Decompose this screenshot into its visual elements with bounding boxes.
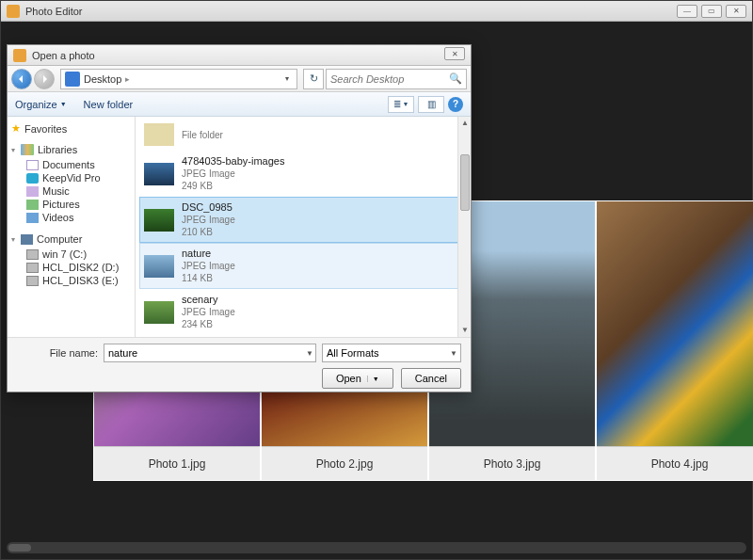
tree-favorites[interactable]: ★Favorites [11,122,131,135]
file-size: 234 KB [182,318,235,330]
favorites-label: Favorites [24,123,67,135]
dialog-titlebar[interactable]: Open a photo ✕ [8,45,471,66]
forward-button[interactable] [34,69,55,89]
tree-item-documents[interactable]: Documents [11,158,131,171]
image-thumbnail [144,301,174,324]
filename-input[interactable] [108,347,312,359]
chevron-down-icon[interactable]: ▼ [450,349,457,358]
file-row[interactable]: DSC_0985JPEG Image210 KB [139,197,467,243]
tree-item-keepvid[interactable]: KeepVid Pro [11,171,131,184]
photo-caption: Photo 2.jpg [262,446,427,480]
organize-label: Organize [15,99,57,110]
dialog-footer: File name: ▼ All Formats ▼ Open▼ Cancel [8,337,471,392]
folder-icon [144,123,174,146]
refresh-button[interactable]: ↻ [303,69,324,89]
chevron-right-icon: ▸ [125,74,130,84]
libraries-icon [21,144,34,155]
close-button[interactable]: ✕ [726,5,746,18]
open-label: Open [336,373,361,384]
file-row[interactable]: scenaryJPEG Image234 KB [139,289,467,335]
libraries-label: Libraries [38,144,77,155]
view-icon: ≣ [393,99,401,109]
minimize-button[interactable]: — [677,5,697,18]
window-controls: — ▭ ✕ [677,5,746,18]
breadcrumb-dropdown[interactable]: ▾ [280,74,295,83]
tree-item-music[interactable]: Music [11,184,131,198]
dialog-toolbar: Organize▼ New folder ≣▼ ▥ ? [8,92,471,117]
photo-caption: Photo 3.jpg [429,446,595,480]
file-row[interactable]: selfieJPEG Image81.7 KB [139,335,467,337]
dialog-body: ★Favorites ▾Libraries Documents KeepVid … [8,117,471,337]
photo-caption: Photo 4.jpg [597,446,753,480]
filename-field[interactable]: ▼ [104,344,316,362]
chevron-down-icon: ▼ [403,101,409,107]
search-icon: 🔍 [449,72,462,85]
app-titlebar[interactable]: Photo Editor — ▭ ✕ [1,1,752,22]
videos-icon [26,213,39,223]
file-row[interactable]: File folder [139,119,467,151]
tree-item-pictures[interactable]: Pictures [11,198,131,211]
filetype-filter[interactable]: All Formats ▼ [322,344,461,362]
search-box[interactable]: 🔍 [326,69,467,89]
organize-menu[interactable]: Organize▼ [15,99,67,110]
new-folder-button[interactable]: New folder [84,99,134,110]
file-name: 4784035-baby-images [182,155,284,168]
tree-item-label: Documents [42,159,95,170]
open-button[interactable]: Open▼ [322,368,393,389]
document-icon [26,160,39,170]
image-thumbnail [144,209,174,232]
breadcrumb-bar[interactable]: Desktop ▸ ▾ [60,69,297,89]
scroll-up-button[interactable]: ▲ [458,117,471,130]
search-input[interactable] [330,73,462,85]
app-icon [26,173,39,184]
help-button[interactable]: ? [448,97,463,112]
tree-libraries[interactable]: ▾Libraries [11,144,131,155]
arrow-left-icon [17,74,26,84]
photo-thumbnail [597,201,753,446]
maximize-button[interactable]: ▭ [701,5,722,18]
preview-pane-button[interactable]: ▥ [418,96,444,113]
disk-icon [26,276,39,286]
tree-item-label: Videos [42,212,73,223]
photo-caption: Photo 1.jpg [94,446,260,480]
tree-item-drive-c[interactable]: win 7 (C:) [11,248,131,261]
chevron-down-icon[interactable]: ▼ [367,376,379,382]
tree-item-label: Pictures [42,199,80,210]
dialog-title: Open a photo [32,50,465,61]
app-window: Photo Editor — ▭ ✕ Photo 1.jpg Photo 2.j… [0,0,753,560]
image-thumbnail [144,163,174,185]
file-type: JPEG Image [182,168,284,180]
chevron-down-icon: ▾ [11,146,15,154]
dialog-icon [13,49,26,62]
tree-computer[interactable]: ▾Computer [11,233,131,245]
app-icon [7,5,20,18]
file-list: File folder 4784035-baby-imagesJPEG Imag… [136,117,471,337]
scrollbar-thumb[interactable] [8,544,31,552]
horizontal-scrollbar[interactable] [7,542,746,553]
file-type: File folder [182,129,223,141]
breadcrumb-location[interactable]: Desktop [84,73,121,85]
computer-icon [21,234,33,245]
file-size: 114 KB [182,272,235,284]
tree-item-drive-e[interactable]: HCL_DISK3 (E:) [11,274,131,287]
photo-cell[interactable]: Photo 4.jpg [596,200,753,481]
scroll-down-button[interactable]: ▼ [458,324,471,337]
filename-label: File name: [17,347,98,359]
file-row[interactable]: 4784035-baby-imagesJPEG Image249 KB [139,151,467,197]
file-list-area: File folder 4784035-baby-imagesJPEG Imag… [136,117,471,337]
scrollbar-thumb[interactable] [460,154,470,211]
pictures-icon [26,200,39,210]
vertical-scrollbar[interactable]: ▲ ▼ [457,117,471,337]
tree-item-videos[interactable]: Videos [11,211,131,224]
dialog-close-button[interactable]: ✕ [444,47,465,60]
cancel-button[interactable]: Cancel [401,368,461,389]
file-row[interactable]: natureJPEG Image114 KB [139,243,467,289]
chevron-down-icon: ▾ [11,235,15,244]
tree-item-drive-d[interactable]: HCL_DISK2 (D:) [11,261,131,274]
tree-item-label: HCL_DISK3 (E:) [42,275,119,286]
view-mode-button[interactable]: ≣▼ [388,96,414,113]
chevron-down-icon[interactable]: ▼ [306,349,313,358]
file-name: scenary [182,294,235,306]
back-button[interactable] [11,69,32,89]
arrow-right-icon [40,74,49,84]
